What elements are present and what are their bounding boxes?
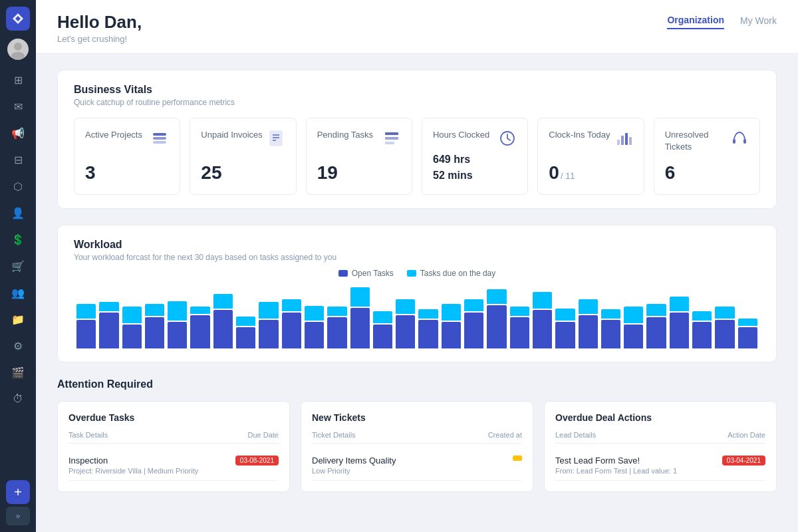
vital-clockins[interactable]: Clock-Ins Today 0 / 11: [537, 118, 644, 195]
bar-group: [168, 301, 187, 348]
sidebar-item-video[interactable]: 🎬: [6, 360, 30, 384]
bar-open: [259, 320, 278, 348]
bar-open: [715, 320, 734, 348]
vital-label: Unpaid Invoices: [201, 129, 263, 141]
bar-due: [738, 319, 757, 326]
sidebar-item-time[interactable]: ⏱: [6, 387, 30, 411]
bar-open: [601, 320, 620, 348]
bar-open: [487, 305, 506, 348]
bar-due: [715, 307, 734, 319]
tab-my-work[interactable]: My Work: [740, 15, 777, 29]
sidebar-item-folder[interactable]: 📁: [6, 307, 30, 331]
row-content: Inspection Project: Riverside Villa | Me…: [68, 456, 198, 475]
overdue-deals-card: Overdue Deal Actions Lead Details Action…: [544, 401, 777, 492]
logo: [6, 7, 30, 31]
bar-group: [190, 307, 209, 348]
vital-active-projects[interactable]: Active Projects 3: [74, 118, 180, 195]
workload-title: Workload: [74, 239, 760, 251]
sidebar-item-mail[interactable]: ✉: [6, 94, 30, 118]
bar-due: [624, 307, 643, 323]
bar-group: [670, 297, 689, 348]
bar-group: [646, 304, 666, 348]
bar-due: [259, 302, 278, 319]
legend-label-due: Tasks due on the day: [420, 269, 495, 278]
bar-group: [327, 307, 346, 348]
col1-label: Lead Details: [555, 431, 596, 439]
layers-icon: [150, 129, 169, 152]
sidebar-item-team[interactable]: 👥: [6, 281, 30, 305]
sidebar-item-finance[interactable]: 💲: [6, 227, 30, 251]
bar-due: [99, 302, 118, 311]
vitals-grid: Active Projects 3 Unp: [74, 118, 760, 195]
col2-label: Action Date: [728, 431, 765, 439]
business-vitals-section: Business Vitals Quick catchup of routine…: [57, 70, 777, 209]
bar-group: [76, 304, 96, 348]
overdue-tasks-header: Task Details Due Date: [68, 431, 279, 444]
bar-group: [715, 307, 734, 348]
vital-suffix: / 11: [561, 171, 575, 181]
svg-rect-2: [153, 141, 166, 144]
bar-due: [76, 304, 96, 319]
col2-label: Due Date: [248, 431, 279, 439]
svg-rect-3: [153, 137, 166, 140]
sidebar-item-announce[interactable]: 📢: [6, 121, 30, 145]
bar-due: [670, 297, 689, 311]
bar-group: [418, 309, 438, 348]
bar-group: [738, 319, 757, 348]
vital-header: Pending Tasks: [317, 129, 401, 152]
sidebar-item-cart[interactable]: 🛒: [6, 254, 30, 278]
vital-unresolved-tickets[interactable]: Unresolved Tickets 6: [654, 118, 760, 195]
bar-open: [236, 327, 255, 348]
bar-open: [122, 325, 142, 348]
vital-unpaid-invoices[interactable]: Unpaid Invoices 25: [190, 118, 296, 195]
bar-due: [145, 304, 164, 316]
bar-open: [738, 327, 757, 348]
col2-label: Created at: [488, 431, 522, 439]
legend-dot-due: [407, 270, 416, 277]
vital-value: 6: [665, 162, 749, 184]
bar-open: [510, 317, 529, 348]
task-sub: Project: Riverside Villa | Medium Priori…: [68, 467, 198, 475]
expand-button[interactable]: »: [6, 507, 30, 525]
bar-chart-icon: [614, 129, 633, 152]
sidebar-item-settings[interactable]: ⚙: [6, 334, 30, 358]
due-date-badge: 03-08-2021: [235, 456, 279, 466]
svg-rect-15: [617, 140, 620, 145]
ticket-badge: [513, 456, 522, 461]
header-tabs: Organization My Work: [667, 12, 777, 29]
bar-open: [579, 315, 598, 348]
bar-due: [327, 307, 346, 316]
sidebar-item-board[interactable]: ⬡: [6, 174, 30, 198]
row-header: Inspection Project: Riverside Villa | Me…: [68, 456, 279, 475]
bar-group: [305, 306, 324, 348]
vital-label: Hours Clocked: [433, 129, 489, 141]
sidebar-bottom: + »: [6, 480, 30, 525]
vital-pending-tasks[interactable]: Pending Tasks 19: [306, 118, 412, 195]
bar-group: [579, 299, 598, 348]
bar-group: [122, 307, 142, 348]
user-avatar[interactable]: [7, 39, 29, 60]
bar-open: [396, 315, 415, 348]
main-content: Hello Dan, Let's get crushing! Organizat…: [36, 0, 798, 532]
bar-group: [487, 289, 506, 348]
bar-due: [646, 304, 666, 316]
sidebar-item-home[interactable]: ⊞: [6, 68, 30, 92]
svg-rect-9: [385, 132, 398, 135]
vital-hours-clocked[interactable]: Hours Clocked 649 hrs52 mins: [422, 118, 528, 195]
bar-open: [305, 322, 324, 348]
vital-value: 3: [85, 162, 169, 184]
overdue-deals-title: Overdue Deal Actions: [555, 412, 765, 423]
sidebar-item-grid[interactable]: ⊟: [6, 148, 30, 172]
add-button[interactable]: +: [6, 480, 30, 504]
legend-open-tasks: Open Tasks: [338, 269, 394, 278]
bar-open: [190, 315, 209, 348]
ticket-sub: Low Priority: [312, 467, 396, 475]
svg-rect-20: [743, 139, 746, 144]
greeting: Hello Dan,: [57, 12, 142, 33]
bar-open: [168, 322, 187, 348]
bar-open: [555, 322, 575, 348]
bar-group: [350, 287, 370, 348]
svg-rect-17: [625, 133, 628, 145]
tab-organization[interactable]: Organization: [667, 15, 724, 29]
sidebar-item-user[interactable]: 👤: [6, 201, 30, 225]
